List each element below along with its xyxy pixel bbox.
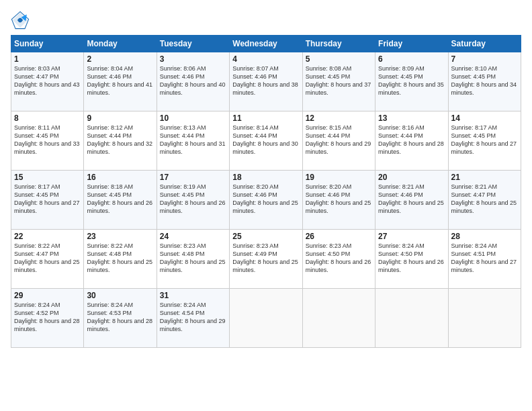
calendar-table: SundayMondayTuesdayWednesdayThursdayFrid… — [11, 35, 521, 348]
day-info: Sunrise: 8:22 AMSunset: 4:48 PMDaylight:… — [87, 242, 152, 273]
weekday-thursday: Thursday — [302, 36, 375, 52]
day-number: 31 — [160, 291, 226, 300]
day-info: Sunrise: 8:06 AMSunset: 4:46 PMDaylight:… — [160, 65, 226, 96]
day-number: 28 — [451, 232, 518, 241]
calendar-cell: 14 Sunrise: 8:17 AMSunset: 4:45 PMDaylig… — [448, 111, 521, 171]
calendar-week-3: 15 Sunrise: 8:17 AMSunset: 4:45 PMDaylig… — [11, 171, 521, 230]
calendar-cell: 15 Sunrise: 8:17 AMSunset: 4:45 PMDaylig… — [11, 171, 84, 230]
page-header — [11, 11, 521, 30]
day-number: 4 — [232, 54, 299, 64]
day-number: 12 — [306, 113, 372, 123]
calendar-week-2: 8 Sunrise: 8:11 AMSunset: 4:45 PMDayligh… — [11, 111, 521, 171]
calendar-cell: 20 Sunrise: 8:21 AMSunset: 4:46 PMDaylig… — [375, 171, 448, 230]
day-info: Sunrise: 8:19 AMSunset: 4:45 PMDaylight:… — [160, 183, 226, 214]
page-container: SundayMondayTuesdayWednesdayThursdayFrid… — [0, 0, 532, 411]
day-info: Sunrise: 8:24 AMSunset: 4:51 PMDaylight:… — [451, 242, 517, 273]
calendar-cell: 29 Sunrise: 8:24 AMSunset: 4:52 PMDaylig… — [11, 289, 84, 348]
weekday-monday: Monday — [84, 36, 157, 52]
calendar-cell: 24 Sunrise: 8:23 AMSunset: 4:48 PMDaylig… — [157, 230, 229, 289]
day-number: 13 — [378, 113, 445, 123]
calendar-cell: 4 Sunrise: 8:07 AMSunset: 4:46 PMDayligh… — [230, 52, 302, 111]
day-info: Sunrise: 8:17 AMSunset: 4:45 PMDaylight:… — [14, 183, 80, 214]
calendar-cell: 19 Sunrise: 8:20 AMSunset: 4:46 PMDaylig… — [302, 171, 375, 230]
calendar-cell: 6 Sunrise: 8:09 AMSunset: 4:45 PMDayligh… — [375, 52, 448, 111]
day-info: Sunrise: 8:11 AMSunset: 4:45 PMDaylight:… — [14, 124, 80, 155]
calendar-cell: 26 Sunrise: 8:23 AMSunset: 4:50 PMDaylig… — [302, 230, 375, 289]
calendar-cell — [375, 289, 448, 348]
calendar-cell: 21 Sunrise: 8:21 AMSunset: 4:47 PMDaylig… — [448, 171, 521, 230]
calendar-cell: 17 Sunrise: 8:19 AMSunset: 4:45 PMDaylig… — [157, 171, 229, 230]
day-number: 10 — [160, 113, 226, 123]
calendar-cell — [448, 289, 521, 348]
day-info: Sunrise: 8:21 AMSunset: 4:46 PMDaylight:… — [378, 183, 444, 214]
day-info: Sunrise: 8:23 AMSunset: 4:48 PMDaylight:… — [160, 242, 226, 273]
weekday-wednesday: Wednesday — [230, 36, 302, 52]
day-number: 26 — [306, 232, 372, 241]
day-number: 20 — [378, 173, 445, 182]
day-number: 27 — [378, 232, 445, 241]
logo-icon — [11, 11, 30, 30]
calendar-cell: 16 Sunrise: 8:18 AMSunset: 4:45 PMDaylig… — [84, 171, 157, 230]
day-info: Sunrise: 8:17 AMSunset: 4:45 PMDaylight:… — [451, 124, 517, 155]
day-info: Sunrise: 8:24 AMSunset: 4:50 PMDaylight:… — [378, 242, 444, 273]
calendar-cell: 30 Sunrise: 8:24 AMSunset: 4:53 PMDaylig… — [84, 289, 157, 348]
calendar-cell: 3 Sunrise: 8:06 AMSunset: 4:46 PMDayligh… — [157, 52, 229, 111]
day-number: 18 — [232, 173, 299, 182]
day-info: Sunrise: 8:13 AMSunset: 4:44 PMDaylight:… — [160, 124, 226, 155]
calendar-cell — [230, 289, 302, 348]
day-info: Sunrise: 8:12 AMSunset: 4:44 PMDaylight:… — [87, 124, 152, 155]
day-info: Sunrise: 8:14 AMSunset: 4:44 PMDaylight:… — [232, 124, 298, 155]
day-number: 17 — [160, 173, 226, 182]
calendar-week-5: 29 Sunrise: 8:24 AMSunset: 4:52 PMDaylig… — [11, 289, 521, 348]
weekday-saturday: Saturday — [448, 36, 521, 52]
day-number: 7 — [451, 54, 518, 64]
weekday-tuesday: Tuesday — [157, 36, 229, 52]
weekday-header-row: SundayMondayTuesdayWednesdayThursdayFrid… — [11, 36, 521, 52]
day-info: Sunrise: 8:07 AMSunset: 4:46 PMDaylight:… — [232, 65, 298, 96]
day-info: Sunrise: 8:23 AMSunset: 4:50 PMDaylight:… — [306, 242, 371, 273]
day-info: Sunrise: 8:08 AMSunset: 4:45 PMDaylight:… — [306, 65, 371, 96]
day-number: 29 — [14, 291, 81, 300]
weekday-friday: Friday — [375, 36, 448, 52]
calendar-cell: 27 Sunrise: 8:24 AMSunset: 4:50 PMDaylig… — [375, 230, 448, 289]
day-number: 30 — [87, 291, 153, 300]
calendar-cell: 8 Sunrise: 8:11 AMSunset: 4:45 PMDayligh… — [11, 111, 84, 171]
calendar-cell — [302, 289, 375, 348]
calendar-cell: 12 Sunrise: 8:15 AMSunset: 4:44 PMDaylig… — [302, 111, 375, 171]
day-number: 9 — [87, 113, 153, 123]
day-number: 1 — [14, 54, 81, 64]
day-info: Sunrise: 8:20 AMSunset: 4:46 PMDaylight:… — [306, 183, 371, 214]
calendar-cell: 7 Sunrise: 8:10 AMSunset: 4:45 PMDayligh… — [448, 52, 521, 111]
calendar-cell: 2 Sunrise: 8:04 AMSunset: 4:46 PMDayligh… — [84, 52, 157, 111]
day-info: Sunrise: 8:22 AMSunset: 4:47 PMDaylight:… — [14, 242, 80, 273]
day-number: 15 — [14, 173, 81, 182]
day-number: 2 — [87, 54, 153, 64]
calendar-week-1: 1 Sunrise: 8:03 AMSunset: 4:47 PMDayligh… — [11, 52, 521, 111]
day-info: Sunrise: 8:09 AMSunset: 4:45 PMDaylight:… — [378, 65, 444, 96]
day-number: 6 — [378, 54, 445, 64]
day-number: 25 — [232, 232, 299, 241]
day-info: Sunrise: 8:24 AMSunset: 4:54 PMDaylight:… — [160, 302, 226, 332]
day-number: 14 — [451, 113, 518, 123]
calendar-cell: 10 Sunrise: 8:13 AMSunset: 4:44 PMDaylig… — [157, 111, 229, 171]
logo — [11, 11, 31, 30]
day-info: Sunrise: 8:03 AMSunset: 4:47 PMDaylight:… — [14, 65, 80, 96]
calendar-cell: 11 Sunrise: 8:14 AMSunset: 4:44 PMDaylig… — [230, 111, 302, 171]
calendar-cell: 22 Sunrise: 8:22 AMSunset: 4:47 PMDaylig… — [11, 230, 84, 289]
day-number: 19 — [306, 173, 372, 182]
weekday-sunday: Sunday — [11, 36, 84, 52]
day-info: Sunrise: 8:24 AMSunset: 4:52 PMDaylight:… — [14, 302, 80, 332]
day-number: 11 — [232, 113, 299, 123]
calendar-week-4: 22 Sunrise: 8:22 AMSunset: 4:47 PMDaylig… — [11, 230, 521, 289]
day-info: Sunrise: 8:04 AMSunset: 4:46 PMDaylight:… — [87, 65, 152, 96]
calendar-cell: 5 Sunrise: 8:08 AMSunset: 4:45 PMDayligh… — [302, 52, 375, 111]
day-number: 5 — [306, 54, 372, 64]
calendar-cell: 25 Sunrise: 8:23 AMSunset: 4:49 PMDaylig… — [230, 230, 302, 289]
calendar-cell: 23 Sunrise: 8:22 AMSunset: 4:48 PMDaylig… — [84, 230, 157, 289]
day-number: 3 — [160, 54, 226, 64]
day-info: Sunrise: 8:18 AMSunset: 4:45 PMDaylight:… — [87, 183, 152, 214]
day-number: 21 — [451, 173, 518, 182]
day-number: 23 — [87, 232, 153, 241]
calendar-cell: 28 Sunrise: 8:24 AMSunset: 4:51 PMDaylig… — [448, 230, 521, 289]
calendar-cell: 31 Sunrise: 8:24 AMSunset: 4:54 PMDaylig… — [157, 289, 229, 348]
